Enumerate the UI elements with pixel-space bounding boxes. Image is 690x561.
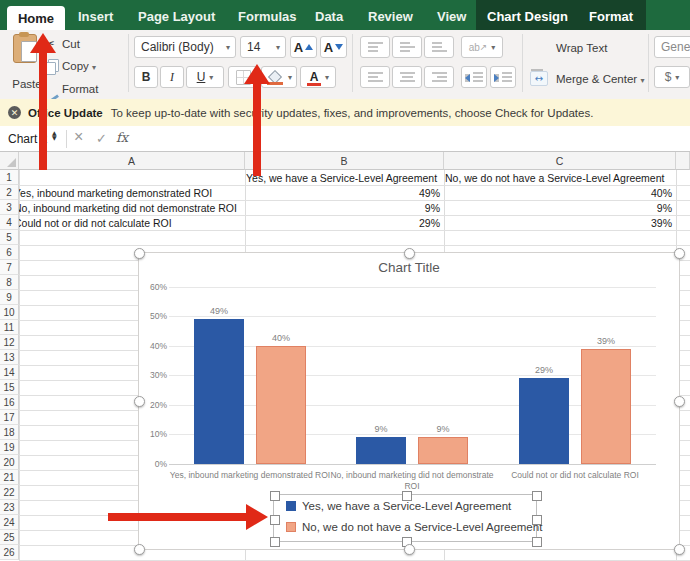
close-notification-icon[interactable]: ✕ [8, 106, 21, 119]
italic-button[interactable]: I [160, 66, 184, 88]
legend-selection-handle[interactable] [532, 515, 542, 525]
number-format-select[interactable]: Gener [654, 36, 690, 58]
row-header-11[interactable]: 11 [0, 320, 19, 335]
row-header-20[interactable]: 20 [0, 455, 19, 470]
bar-series1-cat1[interactable] [194, 319, 244, 464]
cell-C2[interactable]: 40% [445, 186, 676, 200]
cell-A4[interactable]: Could not or did not calculate ROI [19, 216, 246, 230]
align-left-button[interactable] [360, 66, 390, 88]
bar-series2-cat2[interactable] [418, 437, 468, 464]
chart-selection-handle[interactable] [674, 544, 685, 555]
row-header-1[interactable]: 1 [0, 170, 19, 185]
column-header-partial[interactable] [676, 152, 690, 170]
tab-review[interactable]: Review [368, 9, 413, 24]
row-header-14[interactable]: 14 [0, 365, 19, 380]
shrink-font-button[interactable]: A [320, 36, 347, 58]
tab-chart-design[interactable]: Chart Design [487, 9, 568, 24]
cell-B4[interactable]: 29% [246, 216, 444, 230]
format-painter-button[interactable]: Format [62, 83, 98, 95]
tab-data[interactable]: Data [315, 9, 343, 24]
row-header-9[interactable]: 9 [0, 290, 19, 305]
increase-indent-button[interactable] [490, 66, 516, 88]
row-header-5[interactable]: 5 [0, 230, 19, 245]
row-header-26[interactable]: 26 [0, 545, 19, 560]
font-family-select[interactable]: Calibri (Body)▾ [134, 36, 236, 58]
wrap-text-button[interactable]: Wrap Text [556, 42, 607, 54]
row-header-23[interactable]: 23 [0, 500, 19, 515]
legend-selection-handle[interactable] [532, 537, 542, 547]
row-header-16[interactable]: 16 [0, 395, 19, 410]
cell-C1[interactable]: No, we do not have a Service-Level Agree… [445, 171, 676, 185]
bold-button[interactable]: B [134, 66, 158, 88]
row-header-6[interactable]: 6 [0, 245, 19, 260]
column-header-C[interactable]: C [444, 152, 676, 170]
row-header-24[interactable]: 24 [0, 515, 19, 530]
bar-series2-cat3[interactable] [581, 349, 631, 464]
legend-selection-handle[interactable] [270, 515, 280, 525]
cancel-entry-icon[interactable]: × [74, 128, 83, 146]
row-header-12[interactable]: 12 [0, 335, 19, 350]
chart-selection-handle[interactable] [674, 396, 685, 407]
column-header-B[interactable]: B [245, 152, 444, 170]
column-header-A[interactable]: A [19, 152, 245, 170]
text-orientation-button[interactable]: ab↗▾ [461, 36, 503, 58]
row-header-7[interactable]: 7 [0, 260, 19, 275]
row-header-15[interactable]: 15 [0, 380, 19, 395]
row-header-17[interactable]: 17 [0, 410, 19, 425]
underline-button[interactable]: U▾ [186, 66, 224, 88]
legend-selection-handle[interactable] [532, 491, 542, 501]
legend-entry-2[interactable]: No, we do not have a Service-Level Agree… [286, 521, 542, 533]
legend-selection-handle[interactable] [270, 537, 280, 547]
grow-font-button[interactable]: A [290, 36, 317, 58]
chart-selection-handle[interactable] [134, 248, 145, 259]
align-middle-button[interactable] [392, 36, 422, 58]
chart-selection-handle[interactable] [674, 248, 685, 259]
row-header-18[interactable]: 18 [0, 425, 19, 440]
row-header-10[interactable]: 10 [0, 305, 19, 320]
select-all-corner[interactable] [0, 152, 19, 170]
cell-B1[interactable]: Yes, we have a Service-Level Agreement [246, 171, 444, 185]
copy-button[interactable]: Copy ▾ [62, 60, 96, 72]
font-color-button[interactable]: A▾ [300, 66, 336, 88]
chart-selection-handle[interactable] [404, 248, 415, 259]
merge-center-button[interactable]: Merge & Center ▾ [556, 73, 644, 85]
name-box-stepper[interactable]: ▲▼ [52, 130, 57, 140]
row-header-8[interactable]: 8 [0, 275, 19, 290]
cut-button[interactable]: Cut [62, 38, 80, 50]
insert-function-icon[interactable]: fx [116, 130, 128, 145]
chart-selection-handle[interactable] [134, 396, 145, 407]
cell-B3[interactable]: 9% [246, 201, 444, 215]
row-header-19[interactable]: 19 [0, 440, 19, 455]
tab-formulas[interactable]: Formulas [238, 9, 297, 24]
confirm-entry-icon[interactable]: ✓ [96, 131, 107, 146]
row-header-25[interactable]: 25 [0, 530, 19, 545]
legend-selection-handle[interactable] [402, 491, 412, 501]
decrease-indent-button[interactable] [461, 66, 487, 88]
cell-A3[interactable]: No, inbound marketing did not demonstrat… [19, 201, 246, 215]
row-header-22[interactable]: 22 [0, 485, 19, 500]
row-header-4[interactable]: 4 [0, 215, 19, 230]
row-header-2[interactable]: 2 [0, 185, 19, 200]
chart-selection-handle[interactable] [404, 544, 415, 555]
cell-C3[interactable]: 9% [445, 201, 676, 215]
cell-A2[interactable]: Yes, inbound marketing demonstrated ROI [19, 186, 246, 200]
row-header-3[interactable]: 3 [0, 200, 19, 215]
bar-series1-cat3[interactable] [519, 378, 569, 464]
row-header-21[interactable]: 21 [0, 470, 19, 485]
tab-view[interactable]: View [437, 9, 466, 24]
chart-title[interactable]: Chart Title [139, 260, 679, 275]
bar-series2-cat1[interactable] [256, 346, 306, 464]
font-size-select[interactable]: 14▾ [240, 36, 286, 58]
tab-format[interactable]: Format [589, 9, 633, 24]
tab-page-layout[interactable]: Page Layout [138, 9, 215, 24]
chart-selection-handle[interactable] [134, 544, 145, 555]
tab-home[interactable]: Home [7, 6, 65, 30]
chart-object[interactable]: Chart Title0%10%20%30%40%50%60%49%40%9%9… [138, 252, 680, 550]
legend-selection-handle[interactable] [270, 491, 280, 501]
cell-C4[interactable]: 39% [445, 216, 676, 230]
align-bottom-button[interactable] [424, 36, 454, 58]
currency-format-button[interactable]: $▾ [654, 66, 690, 88]
align-right-button[interactable] [424, 66, 454, 88]
align-top-button[interactable] [360, 36, 390, 58]
legend-entry-1[interactable]: Yes, we have a Service-Level Agreement [286, 500, 511, 512]
